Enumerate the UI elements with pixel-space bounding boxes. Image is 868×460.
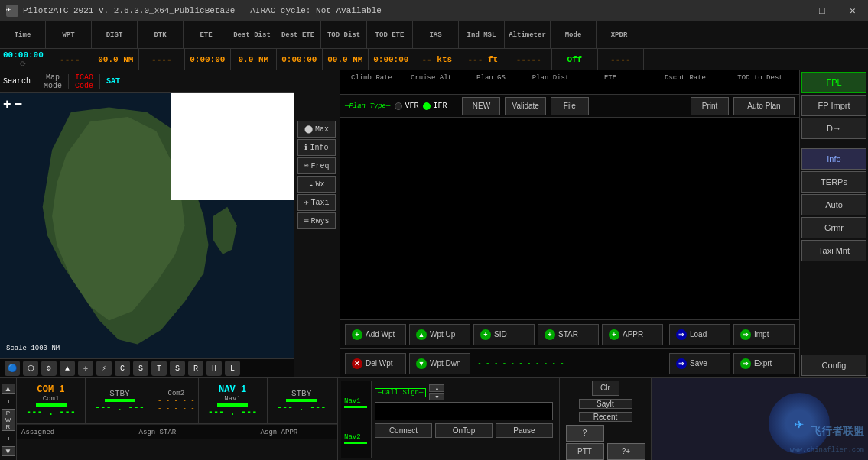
dist-label: DIST: [106, 31, 123, 39]
config-button[interactable]: Config: [801, 355, 866, 376]
nav1-indicator: Nav1: [344, 396, 368, 408]
com1-label: COM 1: [37, 384, 64, 395]
save-button[interactable]: ⇒ Save: [669, 353, 730, 374]
wpt-dwn-button[interactable]: ▼ Wpt Dwn: [409, 353, 470, 374]
grmr-button[interactable]: Grmr: [801, 217, 866, 238]
exprt-button[interactable]: ⇒ Exprt: [733, 353, 795, 374]
nav-stby-label: STBY: [291, 389, 311, 398]
s-icon2[interactable]: S: [170, 361, 185, 376]
freq-button[interactable]: ≋ Freq: [297, 157, 336, 174]
plane-icon[interactable]: ✈: [78, 361, 93, 376]
ptt-plus-button[interactable]: ?+: [607, 443, 645, 460]
zoom-out-button[interactable]: −: [15, 96, 23, 112]
ifr-option[interactable]: IFR: [423, 102, 447, 110]
mode-value-col: Off: [552, 49, 598, 70]
appr-button[interactable]: + APPR: [602, 324, 663, 345]
pause-button[interactable]: Pause: [496, 423, 553, 438]
tod-ete-value-col: 0:00:00: [369, 49, 414, 70]
auto-plan-button[interactable]: Auto Plan: [733, 97, 795, 115]
new-button[interactable]: NEW: [462, 97, 500, 115]
info-sidebar-button[interactable]: Info: [801, 148, 866, 170]
load-button[interactable]: ⇒ Load: [669, 324, 730, 345]
callsign-label-box: —Call Sign—: [375, 388, 426, 397]
hex-icon[interactable]: ⬡: [23, 361, 38, 376]
fp-ete-col: ETE ----: [584, 74, 637, 90]
t-icon[interactable]: T: [151, 361, 167, 376]
callsign-up-button[interactable]: ▲: [429, 384, 444, 392]
callsign-input[interactable]: [375, 402, 553, 420]
recent-button[interactable]: Recent: [579, 412, 632, 422]
wx-button[interactable]: ☁ Wx: [297, 176, 336, 193]
plan-gs-col: Plan GS ----: [464, 74, 518, 90]
zoom-in-button[interactable]: +: [3, 96, 11, 112]
map-area[interactable]: + − Scale 1000 NM: [0, 93, 294, 358]
r-icon[interactable]: R: [188, 361, 203, 376]
fpl-button[interactable]: FPL: [801, 72, 866, 93]
ete-value: 0:00:00: [190, 55, 225, 64]
fp-imprt-button[interactable]: FP Imprt: [801, 95, 866, 116]
minimize-button[interactable]: —: [776, 0, 807, 21]
print-button[interactable]: Print: [691, 97, 729, 115]
power-button[interactable]: PWR: [2, 409, 15, 431]
ifr-radio[interactable]: [423, 102, 431, 110]
taxi-button[interactable]: ✈ Taxi: [297, 194, 336, 211]
nav1-label: NAV 1: [219, 384, 246, 395]
wpt-up-button[interactable]: ▲ Wpt Up: [409, 324, 470, 345]
h-icon[interactable]: H: [206, 361, 222, 376]
header-ind-msl: Ind MSL: [459, 21, 505, 48]
tod-dest-col: TOD to Dest ----: [726, 74, 795, 90]
taxi-mnt-button[interactable]: Taxi Mnt: [801, 240, 866, 261]
star-icon: +: [545, 329, 555, 340]
com-stby-label: STBY: [109, 389, 129, 398]
impt-button[interactable]: ⇒ Impt: [733, 324, 795, 345]
plan-gs-value: ----: [482, 82, 500, 90]
vfr-radio[interactable]: [395, 102, 402, 110]
bluetooth-icon[interactable]: 🔵: [5, 361, 20, 376]
ias-value: -- kts: [422, 55, 453, 64]
bottom-bar: ▲ PWR ▼ COM 1 Com1 --- . --- STBY --- . …: [0, 377, 868, 460]
dscnt-rate-label: Dscnt Rate: [665, 74, 706, 82]
d-button[interactable]: D→: [801, 118, 866, 139]
nav1-sub: Nav1: [224, 395, 241, 403]
plane-logo-icon: ✈: [795, 414, 804, 433]
del-wpt-button[interactable]: ✕ Del Wpt: [345, 353, 406, 374]
watermark-text: 飞行者联盟: [811, 425, 864, 439]
file-button[interactable]: File: [551, 97, 589, 115]
close-button[interactable]: ✕: [837, 0, 868, 21]
callsign-down-button[interactable]: ▼: [429, 393, 444, 400]
sayit-button[interactable]: SayIt: [579, 399, 632, 409]
clr-button[interactable]: Clr: [592, 381, 619, 396]
c-icon[interactable]: C: [115, 361, 130, 376]
arrow-down-button[interactable]: ▼: [2, 446, 15, 456]
sid-button[interactable]: + SID: [473, 324, 535, 345]
vfr-option[interactable]: VFR: [395, 102, 418, 110]
s-icon1[interactable]: S: [133, 361, 148, 376]
question-button[interactable]: ?: [566, 425, 604, 442]
add-wpt-button[interactable]: + Add Wpt: [345, 324, 406, 345]
tod-ete-label: TOD ETE: [375, 31, 405, 39]
star-button[interactable]: + STAR: [538, 324, 599, 345]
ptt-button[interactable]: PTT: [566, 443, 604, 460]
auto-button[interactable]: Auto: [801, 194, 866, 215]
max-button[interactable]: ⬤ Max: [297, 121, 336, 138]
lightning-icon[interactable]: ⚡: [96, 361, 112, 376]
l-icon[interactable]: L: [225, 361, 240, 376]
main-content: Search Map Mode ICAO Code SAT: [0, 70, 868, 377]
validate-button[interactable]: Validate: [505, 97, 545, 115]
connect-button[interactable]: Connect: [375, 423, 432, 438]
ind-msl-value: --- ft: [468, 55, 499, 64]
ontop-button[interactable]: OnTop: [435, 423, 493, 438]
info-button[interactable]: ℹ Info: [297, 139, 336, 156]
header-tod-ete: TOD ETE: [367, 21, 413, 48]
map-white-overlay: [171, 93, 294, 200]
maximize-button[interactable]: □: [807, 0, 837, 21]
climb-rate-value: ----: [362, 82, 381, 90]
arrow-up-button[interactable]: ▲: [2, 384, 15, 394]
terps-button[interactable]: TERPs: [801, 171, 866, 193]
rwys-button[interactable]: ═ Rwys: [297, 212, 336, 229]
plan-gs-label: Plan GS: [476, 74, 506, 82]
time-icon[interactable]: ⟳: [20, 60, 26, 69]
mountain-icon[interactable]: ▲: [60, 361, 75, 376]
settings-icon[interactable]: ⚙: [41, 361, 57, 376]
max-label: Max: [315, 125, 329, 134]
